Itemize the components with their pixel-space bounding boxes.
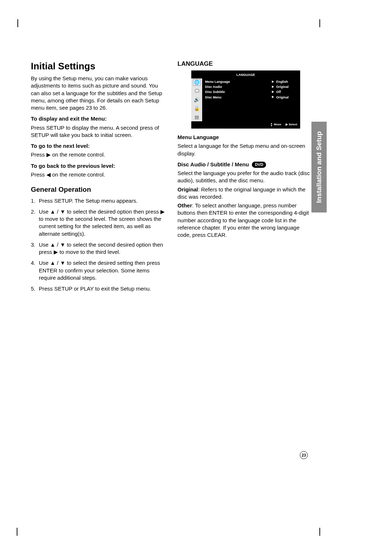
section-tab-label: Installation and Setup bbox=[315, 131, 323, 203]
triangle-right-icon: ▶ bbox=[272, 90, 276, 94]
disc-audio-heading: Disc Audio / Subtitle / Menu DVD bbox=[177, 161, 314, 168]
osd-foot-move: Move bbox=[274, 123, 281, 126]
left-column: Initial Settings By using the Setup menu… bbox=[31, 60, 167, 296]
osd-label: Menu Language bbox=[205, 80, 272, 84]
display-exit-text: Press SETUP to display the menu. A secon… bbox=[31, 124, 167, 139]
triangle-right-icon: ▶ bbox=[272, 95, 276, 99]
crop-mark-bl bbox=[17, 528, 25, 535]
osd-value: Off bbox=[276, 90, 298, 94]
osd-value: Original bbox=[276, 95, 298, 100]
osd-icon-strip: 🌐 🖵 🔊 🔒 ▤ bbox=[191, 78, 202, 121]
osd-title: LANGUAGE bbox=[191, 72, 300, 78]
general-operation-list: Press SETUP. The Setup menu appears. Use… bbox=[31, 197, 167, 293]
disc-audio-text: Select the language you prefer for the a… bbox=[177, 170, 314, 185]
osd-foot-select: Select bbox=[289, 123, 297, 126]
misc-icon: ▤ bbox=[193, 114, 200, 121]
osd-row-disc-audio: Disc Audio ▶ Original bbox=[205, 84, 298, 89]
step-3: Use ▲ / ▼ to select the second desired o… bbox=[31, 241, 167, 256]
crop-mark-br bbox=[312, 528, 319, 535]
other-text: : To select another language, press numb… bbox=[177, 202, 309, 238]
crop-mark-tr bbox=[312, 20, 319, 27]
page-content: Initial Settings By using the Setup menu… bbox=[31, 60, 314, 296]
heading-language: LANGUAGE bbox=[177, 60, 314, 68]
previous-level-heading: To go back to the previous level: bbox=[31, 162, 167, 170]
step-5: Press SETUP or PLAY to exit the Setup me… bbox=[31, 285, 167, 292]
other-label: Other bbox=[177, 202, 192, 208]
display-exit-heading: To display and exit the Menu: bbox=[31, 115, 167, 122]
osd-label: Disc Menu bbox=[205, 95, 272, 100]
next-level-heading: To go to the next level: bbox=[31, 142, 167, 150]
osd-value: English bbox=[276, 80, 298, 84]
display-icon: 🖵 bbox=[193, 88, 200, 94]
original-label: Original bbox=[177, 186, 198, 193]
speaker-icon: 🔊 bbox=[193, 97, 200, 103]
triangle-right-icon: ▶ bbox=[272, 85, 276, 89]
osd-footer: ▲▼Move ▶ Select bbox=[191, 121, 300, 129]
step-2: Use ▲ / ▼ to select the desired option t… bbox=[31, 208, 167, 238]
menu-language-text: Select a language for the Setup menu and… bbox=[177, 142, 314, 157]
osd-row-disc-subtitle: Disc Subtitle ▶ Off bbox=[205, 89, 298, 94]
dvd-badge: DVD bbox=[252, 162, 266, 168]
updown-icon: ▲▼ bbox=[270, 122, 273, 127]
right-column: LANGUAGE LANGUAGE 🌐 🖵 🔊 🔒 ▤ Menu Languag… bbox=[177, 60, 314, 296]
osd-value: Original bbox=[276, 85, 298, 89]
osd-menu: LANGUAGE 🌐 🖵 🔊 🔒 ▤ Menu Language ▶ Engl bbox=[191, 70, 300, 129]
disc-audio-heading-text: Disc Audio / Subtitle / Menu bbox=[177, 161, 249, 167]
globe-icon: 🌐 bbox=[193, 79, 200, 86]
step-4: Use ▲ / ▼ to select the desired setting … bbox=[31, 259, 167, 281]
osd-label: Disc Audio bbox=[205, 85, 272, 89]
triangle-right-icon: ▶ bbox=[272, 80, 276, 84]
menu-language-heading: Menu Language bbox=[177, 134, 314, 141]
original-paragraph: Original: Refers to the original languag… bbox=[177, 186, 314, 201]
osd-row-menu-language: Menu Language ▶ English bbox=[205, 79, 298, 84]
page-number-value: 23 bbox=[302, 453, 306, 457]
heading-initial-settings: Initial Settings bbox=[31, 60, 167, 73]
page-number: 23 bbox=[300, 451, 308, 459]
step-1: Press SETUP. The Setup menu appears. bbox=[31, 197, 167, 204]
osd-rows: Menu Language ▶ English Disc Audio ▶ Ori… bbox=[202, 78, 300, 121]
previous-level-text: Press ◀ on the remote control. bbox=[31, 171, 167, 178]
osd-row-disc-menu: Disc Menu ▶ Original bbox=[205, 95, 298, 100]
heading-general-operation: General Operation bbox=[31, 185, 167, 194]
osd-label: Disc Subtitle bbox=[205, 90, 272, 94]
other-paragraph: Other: To select another language, press… bbox=[177, 202, 314, 239]
intro-text: By using the Setup menu, you can make va… bbox=[31, 75, 167, 112]
crop-mark-tl bbox=[17, 20, 25, 27]
lock-icon: 🔒 bbox=[193, 105, 200, 112]
next-level-text: Press ▶ on the remote control. bbox=[31, 151, 167, 158]
